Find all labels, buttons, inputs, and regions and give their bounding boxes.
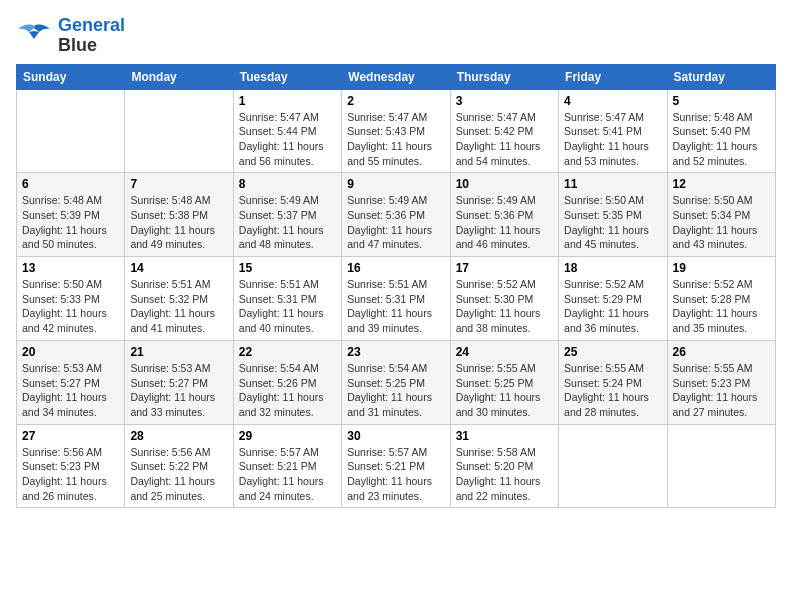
day-info: Sunrise: 5:47 AMSunset: 5:42 PMDaylight:… — [456, 110, 553, 169]
day-number: 16 — [347, 261, 444, 275]
calendar-cell: 29Sunrise: 5:57 AMSunset: 5:21 PMDayligh… — [233, 424, 341, 508]
day-info: Sunrise: 5:47 AMSunset: 5:44 PMDaylight:… — [239, 110, 336, 169]
calendar-cell — [125, 89, 233, 173]
day-number: 8 — [239, 177, 336, 191]
calendar-cell: 2Sunrise: 5:47 AMSunset: 5:43 PMDaylight… — [342, 89, 450, 173]
logo-text: GeneralBlue — [58, 16, 125, 56]
day-info: Sunrise: 5:55 AMSunset: 5:23 PMDaylight:… — [673, 361, 770, 420]
day-number: 5 — [673, 94, 770, 108]
day-number: 21 — [130, 345, 227, 359]
day-info: Sunrise: 5:58 AMSunset: 5:20 PMDaylight:… — [456, 445, 553, 504]
calendar-cell — [559, 424, 667, 508]
day-info: Sunrise: 5:48 AMSunset: 5:38 PMDaylight:… — [130, 193, 227, 252]
calendar-cell: 23Sunrise: 5:54 AMSunset: 5:25 PMDayligh… — [342, 340, 450, 424]
calendar-cell: 6Sunrise: 5:48 AMSunset: 5:39 PMDaylight… — [17, 173, 125, 257]
day-number: 20 — [22, 345, 119, 359]
day-info: Sunrise: 5:47 AMSunset: 5:43 PMDaylight:… — [347, 110, 444, 169]
day-info: Sunrise: 5:51 AMSunset: 5:31 PMDaylight:… — [239, 277, 336, 336]
day-info: Sunrise: 5:50 AMSunset: 5:34 PMDaylight:… — [673, 193, 770, 252]
calendar-cell: 28Sunrise: 5:56 AMSunset: 5:22 PMDayligh… — [125, 424, 233, 508]
day-number: 13 — [22, 261, 119, 275]
calendar-cell: 15Sunrise: 5:51 AMSunset: 5:31 PMDayligh… — [233, 257, 341, 341]
calendar-week-row: 27Sunrise: 5:56 AMSunset: 5:23 PMDayligh… — [17, 424, 776, 508]
calendar-cell: 22Sunrise: 5:54 AMSunset: 5:26 PMDayligh… — [233, 340, 341, 424]
day-number: 4 — [564, 94, 661, 108]
day-info: Sunrise: 5:53 AMSunset: 5:27 PMDaylight:… — [22, 361, 119, 420]
calendar-cell: 11Sunrise: 5:50 AMSunset: 5:35 PMDayligh… — [559, 173, 667, 257]
calendar-cell: 4Sunrise: 5:47 AMSunset: 5:41 PMDaylight… — [559, 89, 667, 173]
weekday-header-friday: Friday — [559, 64, 667, 89]
day-number: 1 — [239, 94, 336, 108]
day-info: Sunrise: 5:52 AMSunset: 5:30 PMDaylight:… — [456, 277, 553, 336]
page-header: GeneralBlue — [16, 16, 776, 56]
calendar-cell: 17Sunrise: 5:52 AMSunset: 5:30 PMDayligh… — [450, 257, 558, 341]
day-info: Sunrise: 5:55 AMSunset: 5:24 PMDaylight:… — [564, 361, 661, 420]
day-info: Sunrise: 5:49 AMSunset: 5:36 PMDaylight:… — [456, 193, 553, 252]
day-number: 6 — [22, 177, 119, 191]
calendar-cell: 3Sunrise: 5:47 AMSunset: 5:42 PMDaylight… — [450, 89, 558, 173]
calendar-cell: 12Sunrise: 5:50 AMSunset: 5:34 PMDayligh… — [667, 173, 775, 257]
day-info: Sunrise: 5:57 AMSunset: 5:21 PMDaylight:… — [347, 445, 444, 504]
calendar-cell: 25Sunrise: 5:55 AMSunset: 5:24 PMDayligh… — [559, 340, 667, 424]
day-number: 23 — [347, 345, 444, 359]
weekday-header-tuesday: Tuesday — [233, 64, 341, 89]
day-number: 9 — [347, 177, 444, 191]
calendar-cell: 31Sunrise: 5:58 AMSunset: 5:20 PMDayligh… — [450, 424, 558, 508]
day-info: Sunrise: 5:56 AMSunset: 5:23 PMDaylight:… — [22, 445, 119, 504]
day-number: 14 — [130, 261, 227, 275]
day-info: Sunrise: 5:52 AMSunset: 5:29 PMDaylight:… — [564, 277, 661, 336]
weekday-header-row: SundayMondayTuesdayWednesdayThursdayFrid… — [17, 64, 776, 89]
calendar-cell: 13Sunrise: 5:50 AMSunset: 5:33 PMDayligh… — [17, 257, 125, 341]
calendar-cell: 14Sunrise: 5:51 AMSunset: 5:32 PMDayligh… — [125, 257, 233, 341]
day-number: 24 — [456, 345, 553, 359]
day-info: Sunrise: 5:57 AMSunset: 5:21 PMDaylight:… — [239, 445, 336, 504]
calendar-cell: 5Sunrise: 5:48 AMSunset: 5:40 PMDaylight… — [667, 89, 775, 173]
calendar-week-row: 13Sunrise: 5:50 AMSunset: 5:33 PMDayligh… — [17, 257, 776, 341]
day-number: 12 — [673, 177, 770, 191]
weekday-header-wednesday: Wednesday — [342, 64, 450, 89]
day-number: 30 — [347, 429, 444, 443]
day-info: Sunrise: 5:50 AMSunset: 5:33 PMDaylight:… — [22, 277, 119, 336]
calendar-cell: 24Sunrise: 5:55 AMSunset: 5:25 PMDayligh… — [450, 340, 558, 424]
day-number: 25 — [564, 345, 661, 359]
calendar-table: SundayMondayTuesdayWednesdayThursdayFrid… — [16, 64, 776, 509]
day-number: 27 — [22, 429, 119, 443]
day-number: 7 — [130, 177, 227, 191]
calendar-cell: 20Sunrise: 5:53 AMSunset: 5:27 PMDayligh… — [17, 340, 125, 424]
day-info: Sunrise: 5:51 AMSunset: 5:31 PMDaylight:… — [347, 277, 444, 336]
calendar-cell: 27Sunrise: 5:56 AMSunset: 5:23 PMDayligh… — [17, 424, 125, 508]
calendar-week-row: 1Sunrise: 5:47 AMSunset: 5:44 PMDaylight… — [17, 89, 776, 173]
day-info: Sunrise: 5:54 AMSunset: 5:25 PMDaylight:… — [347, 361, 444, 420]
day-info: Sunrise: 5:48 AMSunset: 5:40 PMDaylight:… — [673, 110, 770, 169]
day-number: 15 — [239, 261, 336, 275]
day-info: Sunrise: 5:47 AMSunset: 5:41 PMDaylight:… — [564, 110, 661, 169]
day-number: 28 — [130, 429, 227, 443]
calendar-cell: 26Sunrise: 5:55 AMSunset: 5:23 PMDayligh… — [667, 340, 775, 424]
weekday-header-thursday: Thursday — [450, 64, 558, 89]
calendar-cell: 1Sunrise: 5:47 AMSunset: 5:44 PMDaylight… — [233, 89, 341, 173]
day-number: 29 — [239, 429, 336, 443]
calendar-cell: 19Sunrise: 5:52 AMSunset: 5:28 PMDayligh… — [667, 257, 775, 341]
day-info: Sunrise: 5:55 AMSunset: 5:25 PMDaylight:… — [456, 361, 553, 420]
day-number: 19 — [673, 261, 770, 275]
day-info: Sunrise: 5:49 AMSunset: 5:37 PMDaylight:… — [239, 193, 336, 252]
day-info: Sunrise: 5:49 AMSunset: 5:36 PMDaylight:… — [347, 193, 444, 252]
day-number: 10 — [456, 177, 553, 191]
day-number: 2 — [347, 94, 444, 108]
day-info: Sunrise: 5:56 AMSunset: 5:22 PMDaylight:… — [130, 445, 227, 504]
day-number: 26 — [673, 345, 770, 359]
weekday-header-saturday: Saturday — [667, 64, 775, 89]
weekday-header-monday: Monday — [125, 64, 233, 89]
calendar-cell: 7Sunrise: 5:48 AMSunset: 5:38 PMDaylight… — [125, 173, 233, 257]
calendar-cell: 9Sunrise: 5:49 AMSunset: 5:36 PMDaylight… — [342, 173, 450, 257]
day-info: Sunrise: 5:54 AMSunset: 5:26 PMDaylight:… — [239, 361, 336, 420]
calendar-cell: 8Sunrise: 5:49 AMSunset: 5:37 PMDaylight… — [233, 173, 341, 257]
day-number: 31 — [456, 429, 553, 443]
day-number: 17 — [456, 261, 553, 275]
logo: GeneralBlue — [16, 16, 125, 56]
day-info: Sunrise: 5:52 AMSunset: 5:28 PMDaylight:… — [673, 277, 770, 336]
calendar-week-row: 20Sunrise: 5:53 AMSunset: 5:27 PMDayligh… — [17, 340, 776, 424]
day-number: 11 — [564, 177, 661, 191]
day-number: 3 — [456, 94, 553, 108]
day-number: 18 — [564, 261, 661, 275]
